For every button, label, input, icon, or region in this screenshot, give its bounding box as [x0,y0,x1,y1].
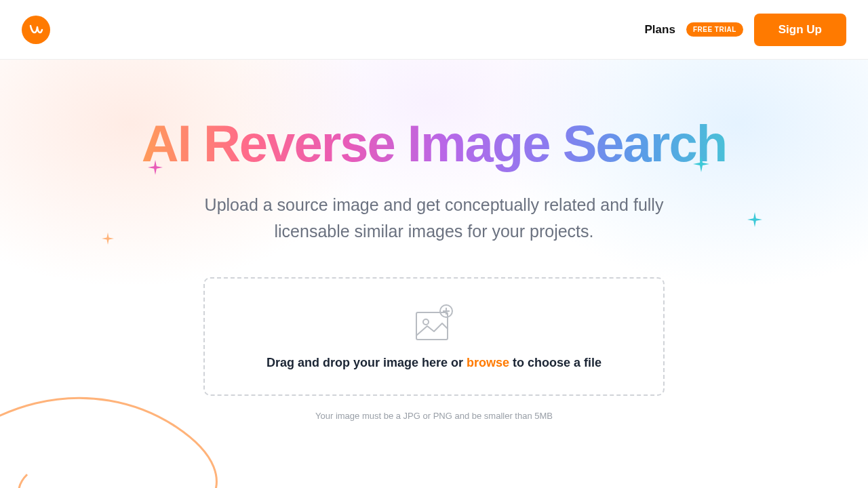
nav-right: Plans FREE TRIAL Sign Up [645,14,846,46]
image-upload-icon [412,303,456,344]
sparkle-icon [747,212,762,227]
logo[interactable] [22,16,50,44]
browse-link[interactable]: browse [467,356,509,369]
svg-point-1 [423,319,429,325]
logo-icon [28,22,44,38]
free-trial-badge: FREE TRIAL [686,22,743,37]
dropzone-text-prefix: Drag and drop your image here or [267,356,467,369]
header: Plans FREE TRIAL Sign Up [0,0,868,60]
hero: AI Reverse Image Search Upload a source … [0,60,868,488]
page-title: AI Reverse Image Search [142,114,726,173]
signup-button[interactable]: Sign Up [754,14,846,46]
sparkle-icon [148,160,163,175]
plans-link[interactable]: Plans [645,23,675,37]
sparkle-icon [102,232,114,245]
dropzone-text: Drag and drop your image here or browse … [267,356,601,370]
page-subtitle: Upload a source image and get conceptual… [170,192,698,245]
dropzone-text-suffix: to choose a file [509,356,601,369]
upload-dropzone[interactable]: Drag and drop your image here or browse … [203,277,665,396]
sparkle-icon [693,156,709,172]
decorative-squiggle [0,366,271,488]
